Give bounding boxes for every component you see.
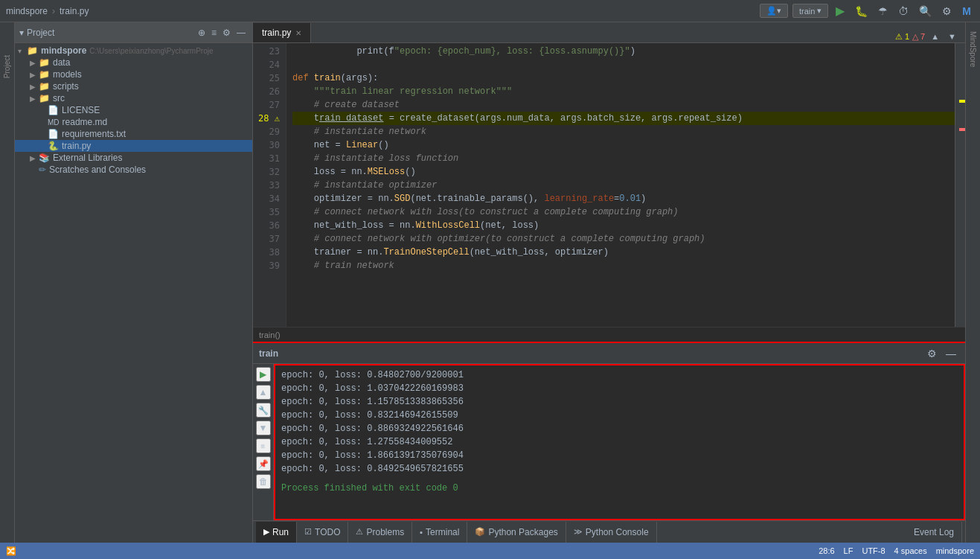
scrollbar[interactable] <box>955 43 965 327</box>
main-layout: Project ▾ Project ⊕ ≡ ⚙ — ▾ 📁 mindspore … <box>0 22 980 543</box>
interpreter[interactable]: mindspore <box>936 546 974 555</box>
tree-item-scripts[interactable]: ▶ 📁 scripts <box>15 80 252 92</box>
new-file-btn[interactable]: ⊕ <box>196 27 208 39</box>
python-packages-tab-label: Python Packages <box>488 527 557 537</box>
tab-event-log[interactable]: Event Log <box>906 522 962 543</box>
debug-button[interactable]: 🐛 <box>852 4 871 19</box>
left-strip: Project <box>0 22 15 543</box>
tab-python-console[interactable]: ≫ Python Console <box>566 522 657 543</box>
python-console-tab-icon: ≫ <box>574 527 583 537</box>
wrap-btn[interactable]: ≡ <box>256 438 271 453</box>
code-line-23: print(f"epoch: {epoch_num}, loss: {loss.… <box>292 45 955 58</box>
status-right: 28:6 LF UTF-8 4 spaces mindspore <box>819 546 974 555</box>
panel-minimize-btn[interactable]: — <box>943 346 959 361</box>
run-tab-icon: ▶ <box>263 527 269 537</box>
tab-todo[interactable]: ☑ TODO <box>297 522 348 543</box>
scroll-up-btn[interactable]: ▲ <box>256 385 271 400</box>
tree-item-models[interactable]: ▶ 📁 models <box>15 68 252 80</box>
project-dropdown-arrow[interactable]: ▾ <box>19 28 24 38</box>
line-numbers: 23 24 25 26 27 28 ⚠ 29 30 31 32 33 34 35… <box>253 43 286 327</box>
code-line-25: def train(args): <box>292 71 955 85</box>
delete-btn[interactable]: 🗑 <box>256 474 271 489</box>
mindspore-button[interactable]: M <box>959 4 974 19</box>
python-packages-tab-icon: 📦 <box>475 527 485 537</box>
code-content[interactable]: print(f"epoch: {epoch_num}, loss: {loss.… <box>286 43 955 327</box>
data-arrow: ▶ <box>30 59 39 67</box>
close-panel-btn[interactable]: — <box>234 27 248 39</box>
todo-tab-icon: ☑ <box>304 527 312 537</box>
terminal-tab-icon: ▪ <box>420 528 423 537</box>
tree-item-license[interactable]: ▶ 📄 LICENSE <box>15 104 252 116</box>
indent[interactable]: 4 spaces <box>894 546 927 555</box>
project-header-title: ▾ Project <box>19 28 54 38</box>
run-config-btn[interactable]: train ▾ <box>792 4 828 18</box>
tree-item-src[interactable]: ▶ 📁 src <box>15 92 252 104</box>
tree-item-external[interactable]: ▶ 📚 External Libraries <box>15 152 252 164</box>
output-line-6: epoch: 0, loss: 1.8661391735076904 <box>281 449 958 462</box>
output-line-5: epoch: 0, loss: 1.27558434009552 <box>281 435 958 449</box>
breadcrumb-text: train() <box>259 330 281 339</box>
src-folder-icon: 📁 <box>39 93 50 103</box>
gear-btn[interactable]: ⚙ <box>220 27 233 39</box>
run-output[interactable]: epoch: 0, loss: 0.84802700/9200001 epoch… <box>274 364 965 520</box>
requirements-icon: 📄 <box>48 129 59 139</box>
problems-tab-icon: ⚠ <box>356 527 363 537</box>
search-button[interactable]: 🔍 <box>916 4 935 19</box>
bottom-panel: train ⚙ — ▶ ▲ 🔧 ▼ ≡ 📌 🗑 epoch: 0, loss <box>253 342 965 520</box>
panel-settings-btn[interactable]: ⚙ <box>924 346 940 361</box>
ext-label: External Libraries <box>53 153 122 163</box>
license-label: LICENSE <box>62 105 100 115</box>
encoding[interactable]: UTF-8 <box>862 546 885 555</box>
collapse-btn[interactable]: ≡ <box>209 27 219 39</box>
arrow-down-btn[interactable]: ▼ <box>945 31 959 42</box>
project-label: Project <box>3 55 11 78</box>
run-button[interactable]: ▶ <box>833 2 848 19</box>
line-col[interactable]: 28:6 <box>819 546 834 555</box>
code-editor[interactable]: 23 24 25 26 27 28 ⚠ 29 30 31 32 33 34 35… <box>253 43 965 327</box>
problems-tab-label: Problems <box>366 527 404 537</box>
panel-controls: ⚙ — <box>924 346 959 361</box>
train-label: train.py <box>62 141 91 151</box>
process-finished-msg: Process finished with exit code 0 <box>281 482 958 495</box>
code-line-32: loss = nn.MSELoss() <box>292 165 955 179</box>
models-arrow: ▶ <box>30 71 39 79</box>
tree-root[interactable]: ▾ 📁 mindspore C:\Users\peixianzhong\Pych… <box>15 45 252 57</box>
pin-btn[interactable]: 📌 <box>256 456 271 471</box>
project-header: ▾ Project ⊕ ≡ ⚙ — <box>15 22 252 43</box>
file-tree: ▾ 📁 mindspore C:\Users\peixianzhong\Pych… <box>15 43 252 543</box>
src-arrow: ▶ <box>30 95 39 103</box>
tab-terminal[interactable]: ▪ Terminal <box>412 522 467 543</box>
tab-close-btn[interactable]: ✕ <box>295 29 301 37</box>
code-line-26: """train linear regression network""" <box>292 85 955 98</box>
tree-item-train[interactable]: ▶ 🐍 train.py <box>15 140 252 152</box>
tree-item-readme[interactable]: ▶ MD readme.md <box>15 116 252 128</box>
coverage-button[interactable]: ☂ <box>875 4 891 19</box>
git-icon: 🔀 <box>6 546 16 556</box>
status-bar: 🔀 28:6 LF UTF-8 4 spaces mindspore <box>0 543 980 559</box>
file-title: train.py <box>60 6 89 16</box>
tab-python-packages[interactable]: 📦 Python Packages <box>467 522 566 543</box>
tree-item-data[interactable]: ▶ 📁 data <box>15 57 252 68</box>
wrench-btn[interactable]: 🔧 <box>256 403 271 418</box>
tab-train[interactable]: train.py ✕ <box>253 23 311 42</box>
settings-button[interactable]: ⚙ <box>939 4 955 19</box>
data-folder-icon: 📁 <box>39 57 50 68</box>
tree-item-requirements[interactable]: ▶ 📄 requirements.txt <box>15 128 252 140</box>
output-line-7: epoch: 0, loss: 0.8492549657821655 <box>281 462 958 476</box>
editor-breadcrumb: train() <box>253 327 965 342</box>
run-again-btn[interactable]: ▶ <box>256 367 271 382</box>
ext-arrow: ▶ <box>30 154 39 162</box>
scratches-label: Scratches and Consoles <box>49 164 146 175</box>
arrow-up-btn[interactable]: ▲ <box>928 31 942 42</box>
tab-problems[interactable]: ⚠ Problems <box>348 522 412 543</box>
tab-run[interactable]: ▶ Run <box>256 522 297 543</box>
line-ending[interactable]: LF <box>844 546 854 555</box>
tree-item-scratches[interactable]: ▶ ✏ Scratches and Consoles <box>15 164 252 176</box>
output-line-4: epoch: 0, loss: 0.8869324922561646 <box>281 422 958 435</box>
code-line-37: # connect network with optimizer(to cons… <box>292 232 955 246</box>
scroll-down-btn[interactable]: ▼ <box>256 421 271 435</box>
user-icon-btn[interactable]: 👤▾ <box>760 4 788 18</box>
project-title: Project <box>27 28 54 38</box>
code-line-39: # train network <box>292 259 955 272</box>
profile-button[interactable]: ⏱ <box>895 4 912 19</box>
